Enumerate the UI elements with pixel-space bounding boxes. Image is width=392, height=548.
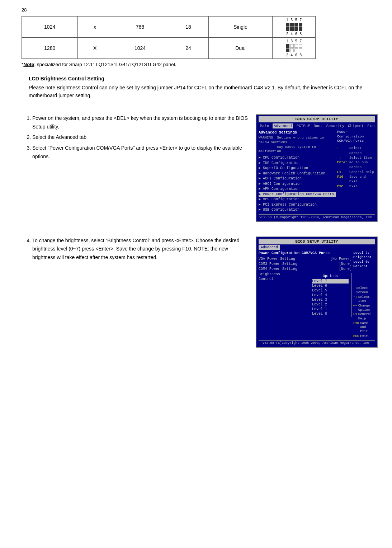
bios1-item-mps: ► MPS Configuration bbox=[259, 197, 336, 202]
bios2-opt-3: Level 3 bbox=[312, 298, 349, 302]
key-save-1: Save and Exit bbox=[349, 174, 375, 184]
step4-list: To change the brightness, select “Bright… bbox=[22, 236, 249, 262]
bios1-item-power: ► Power Configuration COM/VGA Ports bbox=[259, 192, 336, 197]
bios2-opt-0: Level 0 bbox=[312, 312, 349, 316]
step-2: Select the Advanced tab bbox=[32, 133, 249, 142]
key-subscreen: Go to Sub Screen bbox=[349, 160, 375, 170]
menu-exit: Exit bbox=[367, 123, 376, 128]
res-grid-1: 1357 bbox=[273, 17, 316, 38]
step-3: Select "Power Configuration COM/VGA Port… bbox=[32, 144, 249, 161]
key-enter-1: Enter bbox=[337, 160, 348, 170]
key-select-item-1: Select Item bbox=[349, 155, 372, 160]
bios1-title: BIOS SETUP UTILITY bbox=[259, 116, 375, 122]
bios1-item-cpu: ► CPU Configuration bbox=[259, 155, 336, 161]
bios1-right-title: Power ConfigurationCOM/VGA Ports bbox=[337, 130, 375, 144]
bios2-opt-5: Level 5 bbox=[312, 288, 349, 293]
table-row: 1024 x 768 18 Single 1357 bbox=[22, 17, 316, 38]
key-esc-1: ESC bbox=[337, 184, 348, 189]
note-line: *Note: specialized for Sharp 12.1” LQ121… bbox=[22, 62, 378, 67]
key-exit-2: Exit. bbox=[360, 334, 370, 339]
bios1-keys: ←Select Screen ↑↓Select Item EnterGo to … bbox=[337, 146, 375, 189]
res-grid-2: 1357 bbox=[273, 38, 316, 59]
bios1-section-title: Advanced Settings bbox=[259, 130, 336, 135]
bios1-item-hwhealth: ► Hardware Health Configuration bbox=[259, 171, 336, 177]
bios2-com4-value: [None] bbox=[339, 267, 352, 271]
bios2-com3-row: COM3 Power Setting [None] bbox=[259, 262, 352, 266]
menu-main: Main bbox=[260, 123, 269, 128]
bios1-menubar: Main Advanced PCIPnP Boot Security Chips… bbox=[259, 123, 375, 129]
key-leftright-2: ←→ bbox=[353, 304, 357, 312]
bios2-right-title: Level 7: BrightestLevel 0: Darkest bbox=[353, 251, 375, 268]
bios2-com3-label: COM3 Power Setting bbox=[259, 262, 297, 266]
res-depth-1: 18 bbox=[168, 17, 209, 38]
bios1-left: Advanced Settings WARNING: Setting wrong… bbox=[259, 130, 336, 213]
bios1-warning: WARNING: Setting wrong values in below s… bbox=[259, 136, 336, 154]
res-height-2: 1024 bbox=[112, 38, 168, 59]
bios2-com4-label: COM4 Power Setting bbox=[259, 267, 297, 271]
table-row: 1280 X 1024 24 Dual 1357 bbox=[22, 38, 316, 59]
step-1: Power on the system, and press the <DEL>… bbox=[32, 114, 249, 131]
key-save-2: Save and Exit bbox=[360, 322, 375, 334]
key-updown-1: ↑↓ bbox=[337, 155, 348, 160]
bios2-opt-4: Level 4 bbox=[312, 293, 349, 298]
menu-chipset: Chipset bbox=[348, 123, 364, 128]
step-4: To change the brightness, select “Bright… bbox=[32, 236, 249, 262]
bios2-tab: Advanced bbox=[259, 245, 280, 250]
bios2-right: Level 7: BrightestLevel 0: Darkest ← Sel… bbox=[353, 251, 375, 339]
bios2-brightness-row: Brightness Control Options Level 7 Level… bbox=[259, 272, 352, 318]
bios1-right: Power ConfigurationCOM/VGA Ports ←Select… bbox=[337, 130, 375, 213]
bios2-options-box: Options Level 7 Level 6 Level 5 Level 4 … bbox=[309, 273, 352, 317]
key-select-screen-1: Select Screen bbox=[349, 146, 375, 155]
key-help-2: General Help bbox=[358, 313, 375, 321]
bios2-body: Power Configuration COM/VGA Ports VGA Po… bbox=[259, 251, 375, 339]
steps-list: Power on the system, and press the <DEL>… bbox=[22, 114, 249, 163]
bios2-com3-value: [None] bbox=[339, 262, 352, 266]
bios1-screenshot: BIOS SETUP UTILITY Main Advanced PCIPnP … bbox=[256, 114, 378, 222]
step4-bios2-section: To change the brightness, select “Bright… bbox=[22, 236, 378, 348]
key-change-option: Change Option bbox=[358, 304, 375, 312]
key-exit-1: Exit bbox=[349, 184, 358, 189]
lcd-body: Please note Brightness Control can only … bbox=[22, 84, 378, 100]
menu-advanced: Advanced bbox=[273, 123, 293, 128]
bios2-opt-7: Level 7 bbox=[312, 279, 349, 284]
ordered-list: Power on the system, and press the <DEL>… bbox=[22, 114, 249, 161]
menu-security: Security bbox=[326, 123, 344, 128]
step4-text: To change the brightness, select “Bright… bbox=[22, 236, 249, 264]
key-left-arrow: ← bbox=[337, 146, 348, 155]
key-f10-1: F10 bbox=[337, 174, 348, 184]
key-select-item-2: Select Item bbox=[358, 295, 375, 304]
bios2-title: BIOS SETUP UTILITY bbox=[259, 239, 375, 244]
bios1-item-apm: ► APM Configuration bbox=[259, 187, 336, 192]
res-height-1: 768 bbox=[112, 17, 168, 38]
bios2-keys: ← Select Screen ↑↓ Select Item ←→ Change… bbox=[353, 286, 375, 338]
key-f1-2: F1 bbox=[353, 313, 357, 321]
key-esc-2: ESC bbox=[353, 334, 359, 339]
bios1-item-ahci: ► AHCI Configuration bbox=[259, 182, 336, 187]
bios-screen-1: BIOS SETUP UTILITY Main Advanced PCIPnP … bbox=[256, 114, 378, 222]
bios2-left: Power Configuration COM/VGA Ports VGA Po… bbox=[259, 251, 352, 339]
bios2-vga-value: [No Power] bbox=[330, 257, 352, 261]
key-f10-2: F10 bbox=[353, 322, 359, 334]
res-type-2: Dual bbox=[209, 38, 273, 59]
bios1-item-pci: ► PCI Express Configuration bbox=[259, 202, 336, 208]
bios2-brightness-label: Brightness Control bbox=[259, 272, 284, 281]
key-left-2: ← bbox=[353, 286, 355, 295]
res-width-1: 1024 bbox=[22, 17, 78, 38]
key-select-screen-2: Select Screen bbox=[356, 286, 375, 295]
res-depth-2: 24 bbox=[168, 38, 209, 59]
key-updown-2: ↑↓ bbox=[353, 295, 357, 304]
res-x-2: X bbox=[78, 38, 112, 59]
menu-boot: Boot bbox=[313, 123, 322, 128]
note-bold: Note bbox=[23, 62, 34, 67]
bios2-vga-label: VGA Power Setting bbox=[259, 257, 295, 261]
res-type-1: Single bbox=[209, 17, 273, 38]
key-help-1: General Help bbox=[349, 170, 374, 174]
bios2-footer: v02.68 (C)Copyright 1985-2009, American … bbox=[259, 340, 375, 346]
lcd-heading: LCD Brightness Control Setting bbox=[22, 76, 378, 81]
resolution-table: 1024 x 768 18 Single 1357 bbox=[22, 16, 316, 59]
bios1-item-acpi: ► ACPI Configuration bbox=[259, 176, 336, 182]
bios1-body: Advanced Settings WARNING: Setting wrong… bbox=[259, 130, 375, 213]
bios2-options-container: Options Level 7 Level 6 Level 5 Level 4 … bbox=[287, 272, 352, 318]
bios2-screenshot: BIOS SETUP UTILITY Advanced Power Config… bbox=[256, 236, 378, 348]
page-number: 28 bbox=[22, 7, 378, 13]
